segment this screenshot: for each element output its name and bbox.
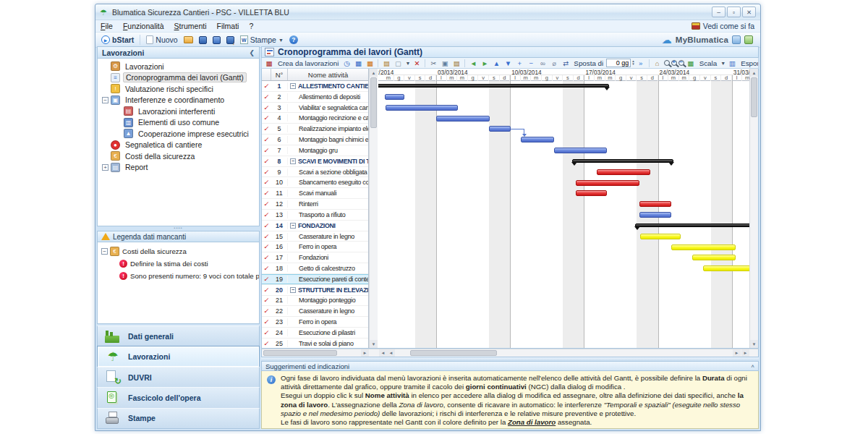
vedi-come-si-fa[interactable]: Vedi come si fa xyxy=(692,22,754,30)
sidebar-item-valutazione-rischi-specifici[interactable]: !Valutazione rischi specifici xyxy=(98,83,259,95)
row-plus-button[interactable]: + xyxy=(514,59,525,68)
nav-lavorazioni[interactable]: ☂Lavorazioni xyxy=(97,346,260,367)
task-name[interactable]: Montaggio ponteggio xyxy=(288,297,368,304)
task-bar-row15[interactable] xyxy=(640,234,681,239)
task-row-23[interactable]: ✓23Ferro in opera xyxy=(262,317,368,328)
nav-dati-generali[interactable]: Dati generali xyxy=(97,326,260,346)
task-check-icon[interactable]: ✓ xyxy=(262,265,272,272)
task-row-5[interactable]: ✓5Realizzazione impianto elettrico xyxy=(262,124,368,135)
arrow-down-button[interactable]: ▼ xyxy=(502,59,514,68)
new-item-button[interactable]: ▢▼ xyxy=(392,59,411,68)
calendar-drop-button[interactable]: ▦ xyxy=(364,59,375,68)
task-check-icon[interactable]: ✓ xyxy=(262,340,272,347)
sidebar-item-interferenze-e-coordinamento[interactable]: −▣Interferenze e coordinamento xyxy=(98,95,259,106)
save-all-button[interactable] xyxy=(210,35,224,45)
link-button[interactable]: ∞ xyxy=(537,59,548,68)
nav-stampe[interactable]: Stampe xyxy=(97,408,260,429)
task-name[interactable]: −FONDAZIONI xyxy=(288,222,368,229)
sidebar-item-elementi-di-uso-comune[interactable]: ▥Elementi di uso comune xyxy=(98,117,259,129)
task-check-icon[interactable]: ✓ xyxy=(262,125,272,132)
nav-duvri[interactable]: DUVRI xyxy=(97,367,260,388)
task-row-19[interactable]: ✓19Esecuzione pareti di contenime xyxy=(262,274,368,285)
task-row-7[interactable]: ✓7Montaggio gru xyxy=(262,145,368,156)
collapse-icon[interactable]: ˄ xyxy=(751,363,754,370)
news-icon[interactable] xyxy=(732,35,741,44)
task-name[interactable]: −SCAVI E MOVIMENTI DI TERRA xyxy=(288,158,368,165)
tasklist-button[interactable]: ▤ xyxy=(380,59,392,68)
task-bar-row10[interactable] xyxy=(576,180,639,186)
table-hscroll-thumb[interactable] xyxy=(263,350,337,356)
task-row-6[interactable]: ✓6Montaggio bagni chimici e box xyxy=(262,135,368,145)
task-name[interactable]: Montaggio gru xyxy=(288,147,368,154)
task-name[interactable]: Fondazioni xyxy=(288,254,368,261)
sidebar-item-lavorazioni-interferenti[interactable]: ▤Lavorazioni interferenti xyxy=(98,106,259,117)
task-row-12[interactable]: ✓12Rinterri xyxy=(262,199,368,210)
task-row-13[interactable]: ✓13Trasporto a rifiuto xyxy=(262,210,368,221)
scroll-right-icon[interactable]: ► xyxy=(741,349,749,357)
task-check-icon[interactable]: ✓ xyxy=(262,211,272,218)
sidebar-item-costi-della-sicurezza[interactable]: €Costi della sicurezza xyxy=(98,150,259,162)
row-minus-button[interactable]: − xyxy=(525,59,537,68)
task-name[interactable]: Casserature in legno xyxy=(288,307,368,315)
task-check-icon[interactable]: ✓ xyxy=(262,318,272,326)
task-name[interactable]: Trasporto a rifiuto xyxy=(288,211,368,218)
task-row-15[interactable]: ✓15Casserature in legno xyxy=(262,231,368,242)
task-row-17[interactable]: ✓17Fondazioni xyxy=(262,252,368,263)
task-check-icon[interactable]: ✓ xyxy=(262,82,272,90)
arrow-left-button[interactable]: ◄ xyxy=(467,59,479,68)
arrow-right-button[interactable]: ► xyxy=(479,59,490,68)
close-button[interactable]: ✕ xyxy=(742,7,756,17)
task-check-icon[interactable]: ✓ xyxy=(262,147,272,154)
task-check-icon[interactable]: ✓ xyxy=(262,104,272,111)
mail-icon[interactable] xyxy=(744,35,753,44)
group-expander-icon[interactable]: − xyxy=(290,158,296,164)
task-check-icon[interactable]: ✓ xyxy=(262,179,272,186)
task-name[interactable]: Scavi manuali xyxy=(288,190,368,197)
task-row-11[interactable]: ✓11Scavi manuali xyxy=(262,188,368,199)
delete-button[interactable]: ✕ xyxy=(411,59,422,68)
home-button[interactable]: ⌂ xyxy=(652,59,663,68)
crea-grid-button[interactable]: ▦Crea da lavorazioni xyxy=(263,59,341,68)
task-row-3[interactable]: ✓3Viabilita' e segnaletica cantiere xyxy=(262,103,368,114)
copy-button[interactable]: ▣ xyxy=(439,59,451,68)
task-name[interactable]: Getto di calcestruzzo xyxy=(288,265,368,272)
task-check-icon[interactable]: ✓ xyxy=(262,254,272,261)
task-bar-row18[interactable] xyxy=(703,265,749,271)
task-check-icon[interactable]: ✓ xyxy=(262,114,272,122)
myblumatica-link[interactable]: MyBlumatica xyxy=(676,35,728,44)
open-button[interactable] xyxy=(181,35,196,44)
table-vscrollbar[interactable]: ▲ ▼ xyxy=(369,69,378,348)
scroll-down-icon[interactable]: ▼ xyxy=(750,340,758,348)
tree-expander-icon[interactable]: − xyxy=(102,97,109,103)
task-bar-row7[interactable] xyxy=(554,148,607,153)
summary-bar-row1[interactable] xyxy=(378,84,609,88)
task-row-20[interactable]: ✓20−STRUTTURE IN ELEVAZIONE xyxy=(262,285,368,296)
task-name[interactable]: −ALLESTIMENTO CANTIERE xyxy=(288,82,368,90)
task-row-22[interactable]: ✓22Casserature in legno xyxy=(262,306,368,317)
task-row-25[interactable]: ✓25Travi e solai di piano xyxy=(262,339,368,348)
task-name[interactable]: Allestimento di depositi xyxy=(288,93,368,101)
group-expander-icon[interactable]: − xyxy=(290,223,296,229)
scroll-down-icon[interactable]: ▼ xyxy=(370,340,378,348)
task-check-icon[interactable]: ✓ xyxy=(262,200,272,208)
task-bar-row5[interactable] xyxy=(489,126,511,132)
menu-funzionalit[interactable]: Funzionalità xyxy=(118,21,169,31)
task-bar-row6[interactable] xyxy=(521,137,554,142)
sidebar-item-report[interactable]: +▤Report xyxy=(98,162,259,174)
search-button[interactable] xyxy=(663,60,671,66)
task-check-icon[interactable]: ✓ xyxy=(262,169,272,176)
menu-strumenti[interactable]: Strumenti xyxy=(169,21,212,31)
sidebar-item-segnaletica-di-cantiere[interactable]: ●Segnaletica di cantiere xyxy=(98,140,259,151)
paste-button[interactable]: ▤ xyxy=(451,59,462,68)
scroll-left-icon[interactable]: ◄ xyxy=(379,349,387,357)
task-bar-row17[interactable] xyxy=(692,255,736,260)
scroll-right-icon[interactable]: ► xyxy=(361,349,369,357)
task-check-icon[interactable]: ✓ xyxy=(262,233,272,240)
task-name[interactable]: Casserature in legno xyxy=(288,233,368,240)
zoom-in-button[interactable] xyxy=(671,60,678,66)
scroll-right-icon[interactable]: ► xyxy=(733,349,741,357)
nuovo-button[interactable]: Nuovo xyxy=(143,35,180,45)
save-as-button[interactable] xyxy=(224,35,237,45)
menu-filmati[interactable]: Filmati xyxy=(212,21,244,31)
task-check-icon[interactable]: ✓ xyxy=(262,243,272,250)
